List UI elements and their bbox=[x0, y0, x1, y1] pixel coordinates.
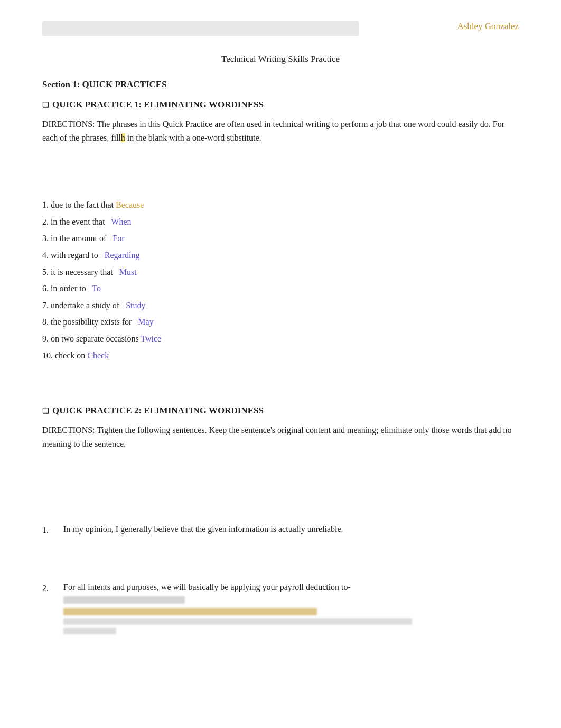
list-item: 2. in the event that When bbox=[42, 214, 519, 230]
item-num: 6. bbox=[42, 284, 51, 293]
item-num: 5. bbox=[42, 268, 51, 277]
item-answer: Study bbox=[126, 301, 145, 310]
blurred-answer-line3 bbox=[63, 618, 412, 625]
exercise-1: 1. In my opinion, I generally believe th… bbox=[42, 524, 519, 535]
list-item: 5. it is necessary that Must bbox=[42, 264, 519, 280]
item-phrase: in the amount of bbox=[51, 234, 113, 243]
item-answer: Twice bbox=[141, 334, 161, 343]
items-list: 1. due to the fact that Because 2. in th… bbox=[42, 197, 519, 363]
list-item: 8. the possibility exists for May bbox=[42, 314, 519, 330]
item-num: 1. bbox=[42, 200, 51, 209]
item-num: 7. bbox=[42, 301, 51, 310]
spacer-1 bbox=[42, 150, 519, 197]
list-item: 3. in the amount of For bbox=[42, 231, 519, 246]
exercise-2-num: 2. bbox=[42, 583, 63, 593]
author-name: Ashley Gonzalez bbox=[457, 21, 519, 32]
item-answer: For bbox=[113, 234, 124, 243]
item-phrase: undertake a study of bbox=[51, 301, 126, 310]
item-num: 2. bbox=[42, 217, 51, 226]
list-item: 10. check on Check bbox=[42, 348, 519, 364]
blurred-answer-line4 bbox=[63, 628, 116, 634]
item-num: 3. bbox=[42, 234, 51, 243]
list-item: 7. undertake a study of Study bbox=[42, 298, 519, 314]
header-input-field[interactable] bbox=[42, 21, 359, 36]
exercise-1-content: In my opinion, I generally believe that … bbox=[63, 524, 343, 533]
item-phrase: on two separate occasions bbox=[51, 334, 141, 343]
blurred-answer-line2 bbox=[63, 608, 317, 615]
item-phrase: in order to bbox=[51, 284, 92, 293]
item-phrase: with regard to bbox=[51, 251, 105, 260]
page-container: Ashley Gonzalez Technical Writing Skills… bbox=[0, 0, 561, 693]
practice2-directions: DIRECTIONS: Tighten the following senten… bbox=[42, 423, 519, 450]
page-title: Technical Writing Skills Practice bbox=[42, 54, 519, 64]
item-answer: To bbox=[92, 284, 101, 293]
practice1-directions: DIRECTIONS: The phrases in this Quick Pr… bbox=[42, 117, 519, 144]
spacer-2 bbox=[42, 456, 519, 524]
item-answer: Must bbox=[119, 268, 137, 277]
directions-highlight: h bbox=[121, 133, 125, 142]
list-item: 9. on two separate occasions Twice bbox=[42, 331, 519, 347]
spacer-3 bbox=[42, 561, 519, 583]
exercise-2-text: For all intents and purposes, we will ba… bbox=[63, 583, 412, 634]
item-num: 10. bbox=[42, 351, 55, 360]
practice1-icon: ❑ bbox=[42, 100, 49, 109]
item-answer: May bbox=[138, 317, 153, 326]
list-item: 1. due to the fact that Because bbox=[42, 197, 519, 213]
item-answer: Because bbox=[116, 200, 144, 209]
item-answer: Check bbox=[87, 351, 109, 360]
item-answer: When bbox=[111, 217, 131, 226]
section1-heading: Section 1: QUICK PRACTICES bbox=[42, 79, 519, 90]
list-item: 4. with regard to Regarding bbox=[42, 247, 519, 263]
directions-text-start: DIRECTIONS: The phrases in this Quick Pr… bbox=[42, 119, 504, 142]
practice1-heading-text: QUICK PRACTICE 1: ELIMINATING WORDINESS bbox=[52, 99, 264, 110]
blurred-answer-line1 bbox=[63, 596, 185, 604]
item-phrase: check on bbox=[55, 351, 87, 360]
item-phrase: it is necessary that bbox=[51, 268, 119, 277]
directions-text-end: in the blank with a one-word substitute. bbox=[125, 133, 261, 142]
list-item: 6. in order to To bbox=[42, 281, 519, 297]
practice2-heading: ❑ QUICK PRACTICE 2: ELIMINATING WORDINES… bbox=[42, 406, 519, 416]
item-num: 8. bbox=[42, 317, 51, 326]
exercise-1-text: In my opinion, I generally believe that … bbox=[63, 524, 343, 534]
item-phrase: in the event that bbox=[51, 217, 111, 226]
header-bar: Ashley Gonzalez bbox=[42, 21, 519, 38]
item-answer: Regarding bbox=[105, 251, 140, 260]
exercise-2: 2. For all intents and purposes, we will… bbox=[42, 583, 519, 634]
exercise-2-content: For all intents and purposes, we will ba… bbox=[63, 583, 351, 592]
practice2-icon: ❑ bbox=[42, 407, 49, 416]
practice2-heading-text: QUICK PRACTICE 2: ELIMINATING WORDINESS bbox=[52, 406, 264, 416]
practice1-heading: ❑ QUICK PRACTICE 1: ELIMINATING WORDINES… bbox=[42, 99, 519, 110]
item-phrase: the possibility exists for bbox=[51, 317, 138, 326]
section-divider bbox=[42, 379, 519, 406]
exercise-1-num: 1. bbox=[42, 524, 63, 535]
item-num: 4. bbox=[42, 251, 51, 260]
item-num: 9. bbox=[42, 334, 51, 343]
item-phrase: due to the fact that bbox=[51, 200, 116, 209]
